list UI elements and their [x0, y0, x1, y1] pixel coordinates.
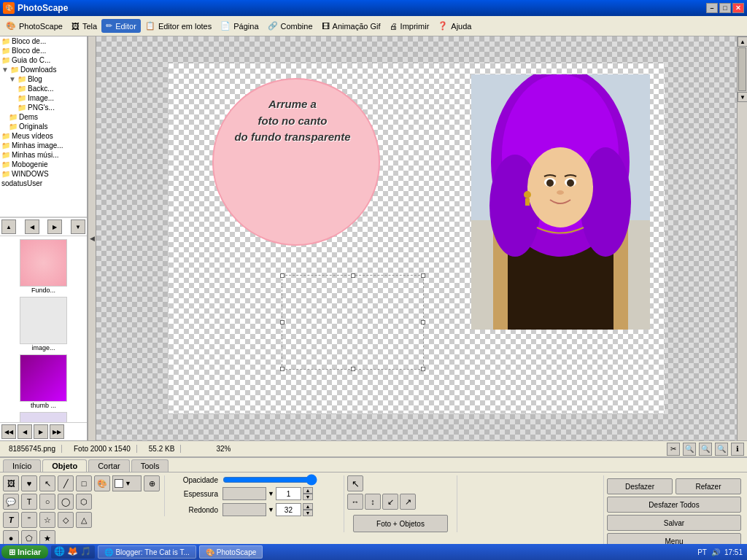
resize-handle-bl[interactable]	[280, 367, 285, 371]
eyedropper-btn[interactable]: ⊕	[144, 475, 160, 491]
menu-tela[interactable]: 🖼 Tela	[67, 20, 101, 33]
canvas-scrollbar-vertical[interactable]: ▲ ▼	[737, 36, 747, 440]
color-picker-btn[interactable]: 🎨	[94, 475, 110, 491]
tree-item[interactable]: 📁 Bloco de...	[0, 36, 87, 46]
tree-scroll-right[interactable]: ▶	[47, 219, 62, 234]
zoom-tool-2[interactable]: 🔍	[683, 443, 696, 456]
triangle-tool-btn[interactable]: △	[76, 512, 92, 528]
thickness-down[interactable]: ▼	[303, 494, 313, 500]
transform-btn-2[interactable]: ↕	[365, 494, 381, 510]
speech-tool-btn[interactable]: 💬	[3, 494, 19, 510]
rect-tool-btn[interactable]: □	[76, 475, 92, 491]
menu-pagina[interactable]: 📄 Página	[216, 19, 263, 33]
pencil-tool-btn[interactable]: ╱	[58, 475, 74, 491]
thickness-color-swatch[interactable]	[222, 487, 266, 500]
photo-objects-button[interactable]: Foto + Objetos	[353, 515, 448, 532]
transform-btn-1[interactable]: ↔	[347, 494, 363, 510]
transform-btn-3[interactable]: ↙	[382, 494, 398, 510]
tree-item[interactable]: 📁 Backc...	[0, 84, 87, 93]
menu-ajuda[interactable]: ❓ Ajuda	[433, 19, 476, 33]
circle-tool-btn[interactable]: ○	[39, 494, 55, 510]
resize-handle-rm[interactable]	[421, 320, 425, 324]
media-icon[interactable]: 🎵	[80, 546, 92, 558]
tree-item[interactable]: 📁 WINDOWS	[0, 169, 87, 179]
resize-handle-lm[interactable]	[280, 320, 285, 324]
tree-item[interactable]: 📁 Originals	[0, 122, 87, 131]
scroll-thumb[interactable]	[738, 47, 746, 91]
tree-scroll-left[interactable]: ◀	[25, 219, 39, 234]
round-color-swatch[interactable]	[222, 503, 266, 516]
maximize-button[interactable]: □	[719, 3, 731, 13]
round-up[interactable]: ▲	[303, 503, 313, 510]
tree-item[interactable]: 📁 Minhas image...	[0, 141, 87, 150]
taskbar-app-photoscape[interactable]: 🎨 PhotoScape	[199, 545, 263, 559]
tree-item[interactable]: 📁 PNG's...	[0, 103, 87, 112]
zoom-out-button[interactable]: 🔍	[715, 443, 728, 456]
round-dropdown-arrow[interactable]: ▼	[268, 506, 274, 513]
tree-item-downloads[interactable]: ▼ 📁 Downloads	[0, 65, 87, 74]
undo-all-button[interactable]: Desfazer Todos	[607, 497, 741, 513]
menu-editor-lotes[interactable]: 📋 Editor em lotes	[141, 19, 216, 33]
thumbnail-item[interactable]: Fundo...	[3, 239, 84, 294]
file-tree[interactable]: 📁 Bloco de... 📁 Bloco de... 📁 Guia do C.…	[0, 36, 87, 217]
thickness-input[interactable]: 1	[276, 487, 301, 500]
close-button[interactable]: ✕	[732, 3, 744, 13]
undo-button[interactable]: Desfazer	[607, 478, 673, 494]
thickness-dropdown-arrow[interactable]: ▼	[268, 490, 274, 497]
tree-item[interactable]: 📁 Guia do C...	[0, 55, 87, 65]
text-tool-btn[interactable]: T	[21, 494, 37, 510]
tree-item[interactable]: 📁 Dems	[0, 112, 87, 122]
tab-inicio[interactable]: Início	[3, 459, 41, 472]
resize-handle-tm[interactable]	[351, 273, 355, 278]
nav-forward-btn[interactable]: ▶	[34, 424, 48, 439]
diamond-tool-btn[interactable]: ◇	[58, 512, 74, 528]
nav-prev-btn[interactable]: ◀◀	[1, 424, 16, 439]
round-input[interactable]: 32	[276, 503, 301, 516]
tree-item[interactable]: 📁 Minhas músi...	[0, 150, 87, 160]
resize-handle-tl[interactable]	[280, 273, 285, 278]
hex-tool-btn[interactable]: ⬡	[76, 494, 92, 510]
tree-scroll-up[interactable]: ▲	[1, 219, 16, 234]
start-button[interactable]: ⊞ Iniciar	[1, 545, 48, 559]
tree-scroll-down[interactable]: ▼	[71, 219, 85, 234]
ie-icon[interactable]: 🌐	[54, 546, 66, 558]
tree-item[interactable]: sodatusUser	[0, 179, 87, 188]
tree-item[interactable]: 📁 Bloco de...	[0, 46, 87, 55]
nav-back-btn[interactable]: ◀	[18, 424, 32, 439]
cursor-btn[interactable]: ↖	[347, 475, 363, 491]
transform-btn-4[interactable]: ↗	[400, 494, 416, 510]
minimize-button[interactable]: –	[706, 3, 718, 13]
photo-box-object[interactable]	[282, 275, 424, 370]
circle-text-object[interactable]: Arrume afoto no cantodo fundo transparen…	[216, 96, 369, 146]
menu-imprimir[interactable]: 🖨 Imprimir	[385, 20, 434, 33]
heart-tool-btn[interactable]: ♥	[21, 475, 37, 491]
taskbar-app-blogger[interactable]: 🌐 Blogger: The Cat is T...	[98, 545, 196, 559]
thumbnail-item[interactable]: thumb ...	[3, 354, 84, 409]
redo-button[interactable]: Refazer	[676, 478, 741, 494]
scroll-up-arrow[interactable]: ▲	[738, 36, 747, 47]
tree-item[interactable]: 📁 Mobogenie	[0, 160, 87, 169]
thumbnail-item[interactable]: image...	[3, 297, 84, 351]
ellipse-tool-btn[interactable]: ◯	[58, 494, 74, 510]
text2-tool-btn[interactable]: T	[3, 512, 19, 528]
info-button[interactable]: ℹ	[731, 443, 744, 456]
color-selector[interactable]: ▼	[112, 475, 142, 491]
thumbnail-item[interactable]: É trans...	[3, 412, 84, 422]
arrow-tool-btn[interactable]: ↖	[39, 475, 55, 491]
menu-animacao[interactable]: 🎞 Animação Gif	[317, 20, 385, 33]
tree-item[interactable]: 📁 Meus vídeos	[0, 131, 87, 141]
browser-icon[interactable]: 🦊	[67, 546, 79, 558]
tab-tools[interactable]: Tools	[131, 459, 169, 472]
resize-handle-bm[interactable]	[351, 367, 355, 371]
resize-handle-tr[interactable]	[421, 273, 425, 278]
menu-combine[interactable]: 🔗 Combine	[263, 19, 317, 33]
nav-next-btn[interactable]: ▶▶	[50, 424, 64, 439]
menu-photoscope[interactable]: 🎨 PhotoScape	[1, 19, 67, 33]
opacity-slider[interactable]	[222, 475, 317, 484]
thickness-up[interactable]: ▲	[303, 487, 313, 494]
panel-collapse-arrow[interactable]: ◀	[88, 36, 96, 440]
quote-tool-btn[interactable]: "	[21, 512, 37, 528]
round-down[interactable]: ▼	[303, 510, 313, 516]
menu-editor[interactable]: ✏ Editor	[101, 19, 141, 33]
image-tool-btn[interactable]: 🖼	[3, 475, 19, 491]
